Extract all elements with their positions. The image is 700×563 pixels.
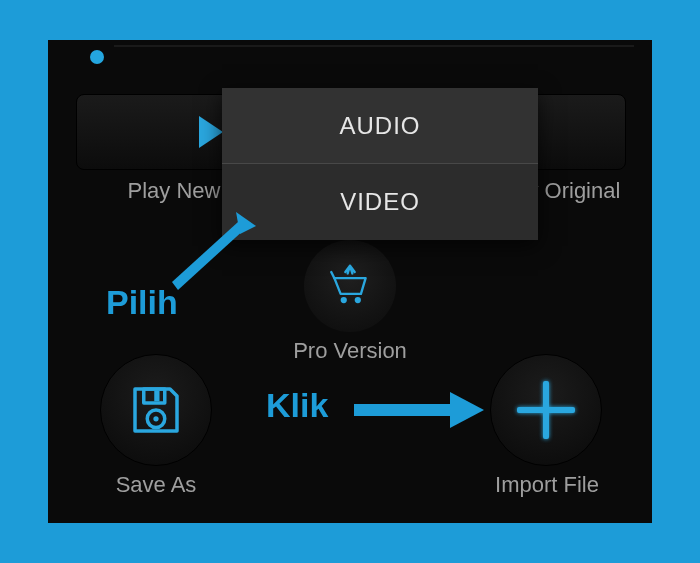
import-file-label: Import File [472, 472, 622, 498]
app-window: Play New Play Original Pro Version [48, 40, 652, 523]
pro-version-button[interactable] [304, 240, 396, 332]
import-file-button[interactable] [490, 354, 602, 466]
indicator-dot [90, 50, 104, 64]
annotation-klik: Klik [266, 386, 328, 425]
pro-version-area: Pro Version [280, 240, 420, 364]
svg-point-1 [355, 297, 361, 303]
save-as-button[interactable] [100, 354, 212, 466]
popup-item-audio[interactable]: AUDIO [222, 88, 538, 164]
annotation-pilih: Pilih [106, 283, 178, 322]
cart-icon [325, 261, 375, 311]
pro-version-label: Pro Version [280, 338, 420, 364]
svg-rect-3 [154, 391, 159, 402]
save-as-label: Save As [96, 472, 216, 498]
topbar-track [114, 45, 634, 47]
media-type-popup: AUDIO VIDEO [222, 88, 538, 240]
plus-icon [543, 381, 549, 439]
svg-rect-8 [354, 404, 454, 416]
svg-point-5 [153, 416, 158, 421]
arrow-annotation [354, 390, 484, 430]
svg-point-0 [341, 297, 347, 303]
play-icon [199, 116, 223, 148]
svg-marker-7 [172, 222, 246, 290]
topbar [48, 40, 652, 62]
floppy-icon [128, 382, 184, 438]
svg-marker-9 [450, 392, 484, 428]
arrow-annotation [166, 212, 256, 292]
popup-item-video[interactable]: VIDEO [222, 164, 538, 240]
